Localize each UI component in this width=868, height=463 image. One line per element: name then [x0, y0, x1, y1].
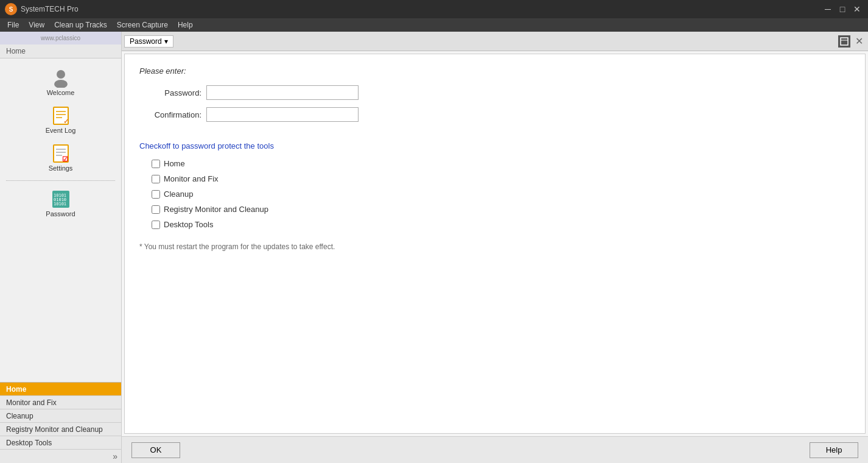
confirmation-input[interactable] [206, 107, 359, 122]
checkbox-monitor-label: Monitor and Fix [164, 174, 219, 183]
tab-password[interactable]: Password ▾ [124, 35, 173, 48]
please-enter-text: Please enter: [139, 66, 850, 76]
menu-view[interactable]: View [24, 19, 49, 30]
app-logo: S [5, 3, 17, 15]
expand-arrow[interactable]: » [0, 450, 121, 463]
checkbox-row-monitor: Monitor and Fix [152, 174, 850, 183]
confirmation-label: Confirmation: [139, 110, 206, 119]
password-panel: Please enter: Password: Confirmation: Ch… [124, 54, 866, 434]
checkbox-desktop-label: Desktop Tools [164, 220, 213, 229]
menu-file[interactable]: File [2, 19, 24, 30]
nav-home-label: Home [0, 44, 121, 58]
checkbox-home-label: Home [164, 159, 185, 168]
sidebar-divider [6, 180, 115, 181]
content-area: Password ▾ ✕ Please enter: Password: Con… [122, 32, 868, 463]
tab-dropdown-arrow: ▾ [164, 37, 168, 46]
checkbox-list: Home Monitor and Fix Cleanup Registry Mo… [139, 159, 850, 229]
sidebar-bottom-desktop-tools[interactable]: Desktop Tools [0, 436, 121, 450]
sidebar-item-eventlog[interactable]: ✓ Event Log [0, 102, 121, 138]
password-row: Password: [139, 85, 850, 100]
sidebar: www.pclassico Home Welcome [0, 32, 122, 463]
window-controls: ─ □ ✕ [822, 3, 863, 15]
svg-text:✓: ✓ [63, 118, 69, 125]
password-input[interactable] [206, 85, 359, 100]
checkbox-monitor[interactable] [152, 175, 160, 183]
close-button[interactable]: ✕ [851, 3, 863, 15]
checkbox-row-home: Home [152, 159, 850, 168]
watermark: www.pclassico [0, 32, 121, 44]
svg-point-2 [57, 70, 65, 79]
settings-label: Settings [49, 164, 73, 172]
svg-point-3 [54, 80, 68, 88]
sidebar-item-password[interactable]: 10101 01010 10101 Password [0, 186, 121, 221]
tab-bar-icon [838, 35, 850, 48]
menu-cleanup-tracks[interactable]: Clean up Tracks [49, 19, 112, 30]
sidebar-item-welcome[interactable]: Welcome [0, 65, 121, 100]
main-layout: www.pclassico Home Welcome [0, 32, 868, 463]
password-icon: 10101 01010 10101 [51, 189, 71, 209]
checkbox-cleanup-label: Cleanup [164, 189, 193, 199]
tab-bar: Password ▾ ✕ [122, 32, 868, 51]
sidebar-bottom-home[interactable]: Home [0, 383, 121, 396]
password-label: Password: [139, 88, 206, 97]
sidebar-bottom-monitor-fix[interactable]: Monitor and Fix [0, 396, 121, 409]
maximize-button[interactable]: □ [836, 3, 849, 15]
eventlog-label: Event Log [46, 127, 76, 134]
checkbox-cleanup[interactable] [152, 190, 160, 199]
confirmation-row: Confirmation: [139, 107, 850, 122]
svg-text:☑: ☑ [62, 155, 68, 163]
eventlog-icon: ✓ [51, 106, 71, 125]
panel-footer: OK Help [122, 436, 868, 463]
menu-screen-capture[interactable]: Screen Capture [112, 19, 173, 30]
checkbox-registry-label: Registry Monitor and Cleanup [164, 205, 268, 214]
title-bar: S SystemTECH Pro ─ □ ✕ [0, 0, 868, 18]
tab-close-button[interactable]: ✕ [853, 35, 866, 47]
svg-rect-18 [841, 38, 848, 45]
password-nav-label: Password [46, 210, 75, 217]
sidebar-bottom-cleanup[interactable]: Cleanup [0, 409, 121, 423]
checkbox-row-desktop: Desktop Tools [152, 220, 850, 229]
person-icon [51, 68, 71, 88]
svg-text:10101: 10101 [54, 202, 66, 207]
checkoff-text: Checkoff to password protect the tools [139, 141, 850, 150]
app-title: SystemTECH Pro [21, 5, 822, 13]
welcome-label: Welcome [47, 89, 75, 96]
sidebar-bottom-registry[interactable]: Registry Monitor and Cleanup [0, 423, 121, 436]
ok-button[interactable]: OK [131, 442, 180, 458]
checkbox-desktop[interactable] [152, 221, 160, 229]
sidebar-item-settings[interactable]: ☑ Settings [0, 140, 121, 175]
checkbox-registry[interactable] [152, 205, 160, 214]
sidebar-nav: Welcome ✓ Event Log [0, 58, 121, 382]
help-button[interactable]: Help [810, 442, 858, 458]
sidebar-bottom-nav: Home Monitor and Fix Cleanup Registry Mo… [0, 382, 121, 463]
restart-note: * You must restart the program for the u… [139, 242, 850, 251]
checkbox-home[interactable] [152, 160, 160, 168]
svg-text:S: S [9, 6, 13, 13]
checkbox-row-cleanup: Cleanup [152, 189, 850, 199]
settings-icon: ☑ [51, 144, 71, 163]
tab-label: Password [130, 37, 162, 46]
checkbox-row-registry: Registry Monitor and Cleanup [152, 205, 850, 214]
menu-bar: File View Clean up Tracks Screen Capture… [0, 18, 868, 32]
minimize-button[interactable]: ─ [822, 3, 834, 15]
menu-help[interactable]: Help [173, 19, 198, 30]
